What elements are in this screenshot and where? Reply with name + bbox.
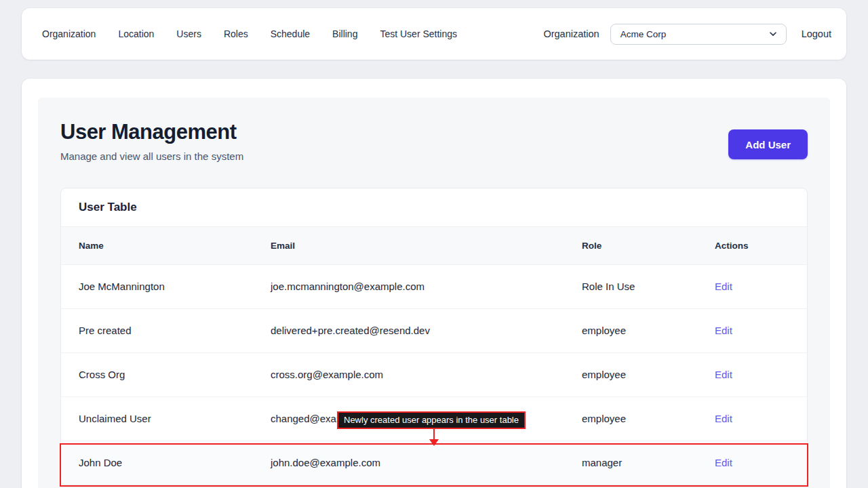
column-header-role: Role <box>564 227 697 264</box>
table-row: Cross Org cross.org@example.com employee… <box>61 352 807 396</box>
cell-email: john.doe@example.com <box>253 441 564 485</box>
edit-link[interactable]: Edit <box>715 325 732 336</box>
nav-item-roles[interactable]: Roles <box>224 28 248 39</box>
cell-email: joe.mcmannington@example.com <box>253 264 564 308</box>
user-table: Name Email Role Actions Joe McMannington… <box>61 227 807 485</box>
table-card-header: User Table <box>61 188 807 227</box>
cell-role: Role In Use <box>564 264 697 308</box>
cell-role: employee <box>564 352 697 396</box>
page-title: User Management <box>60 119 243 144</box>
cell-name: Unclaimed User <box>61 396 253 441</box>
add-user-button[interactable]: Add User <box>728 129 808 159</box>
cell-name: Pre created <box>61 308 253 352</box>
top-nav: Organization Location Users Roles Schedu… <box>22 8 846 60</box>
edit-link[interactable]: Edit <box>715 281 732 292</box>
organization-select[interactable]: Acme Corp <box>610 24 787 45</box>
cell-email: cross.org@example.com <box>253 352 564 396</box>
nav-item-users[interactable]: Users <box>176 28 201 39</box>
nav-right: Organization Acme Corp Logout <box>543 24 831 45</box>
organization-select-value: Acme Corp <box>620 29 667 39</box>
edit-link[interactable]: Edit <box>715 369 732 380</box>
cell-name: Cross Org <box>61 352 253 396</box>
organization-select-label: Organization <box>543 28 599 39</box>
column-header-name: Name <box>61 227 253 264</box>
nav-item-location[interactable]: Location <box>118 28 154 39</box>
nav-item-organization[interactable]: Organization <box>42 28 96 39</box>
logout-button[interactable]: Logout <box>802 28 831 39</box>
cell-role: manager <box>564 441 697 485</box>
page-subtitle: Manage and view all users in the system <box>60 150 243 162</box>
table-row: Joe McMannington joe.mcmannington@exampl… <box>61 264 807 308</box>
cell-name: Joe McMannington <box>61 264 253 308</box>
column-header-email: Email <box>253 227 564 264</box>
table-card-title: User Table <box>79 201 789 214</box>
annotation-arrow-line <box>433 429 435 440</box>
cell-email: delivered+pre.created@resend.dev <box>253 308 564 352</box>
page-heading-block: User Management Manage and view all user… <box>60 119 243 162</box>
annotation-arrow-icon <box>429 439 439 446</box>
edit-link[interactable]: Edit <box>715 457 732 468</box>
chevron-down-icon <box>768 29 778 39</box>
annotation-tooltip: Newly created user appears in the user t… <box>337 411 526 429</box>
cell-role: employee <box>564 396 697 441</box>
table-row: Pre created delivered+pre.created@resend… <box>61 308 807 352</box>
table-row-highlighted: John Doe john.doe@example.com manager Ed… <box>61 441 807 485</box>
nav-item-schedule[interactable]: Schedule <box>271 28 310 39</box>
cell-role: employee <box>564 308 697 352</box>
table-header-row: Name Email Role Actions <box>61 227 807 264</box>
page-header: User Management Manage and view all user… <box>60 119 808 162</box>
cell-name: John Doe <box>61 441 253 485</box>
nav-links: Organization Location Users Roles Schedu… <box>42 28 457 39</box>
nav-item-billing[interactable]: Billing <box>332 28 357 39</box>
column-header-actions: Actions <box>697 227 807 264</box>
nav-item-test-user-settings[interactable]: Test User Settings <box>380 28 457 39</box>
edit-link[interactable]: Edit <box>715 413 732 424</box>
